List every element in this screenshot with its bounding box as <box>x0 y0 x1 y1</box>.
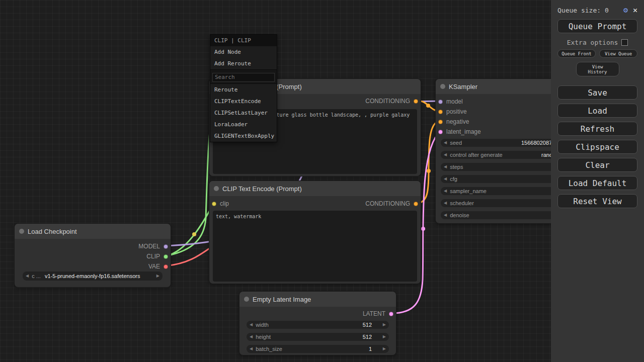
widget-label: cfg <box>450 175 457 183</box>
widget-ckpt-name[interactable]: ◀ c ... v1-5-pruned-emaonly-fp16.safeten… <box>23 272 163 281</box>
output-slot-conditioning: CONDITIONING <box>365 97 421 105</box>
view-queue-button[interactable]: View Queue <box>599 49 637 58</box>
sidebar-header: Queue size: 0 ⚙ ✕ <box>557 4 637 16</box>
queue-front-button[interactable]: Queue Front <box>557 49 596 58</box>
decrement-arrow-icon[interactable]: ◀ <box>247 321 256 329</box>
latent-output-dot[interactable] <box>389 312 393 316</box>
input-slot-negative: negative <box>436 118 469 126</box>
positive-input-dot[interactable] <box>438 110 443 114</box>
decrement-arrow-icon[interactable]: ◀ <box>441 163 450 171</box>
refresh-button[interactable]: Refresh <box>557 122 637 136</box>
decrement-arrow-icon[interactable]: ◀ <box>441 199 450 207</box>
node-empty-latent-image[interactable]: Empty Latent Image LATENT ◀ width 512 ▶ … <box>239 291 396 355</box>
extra-options-checkbox[interactable] <box>621 39 628 46</box>
model-input-dot[interactable] <box>438 100 443 104</box>
menu-search-input[interactable] <box>212 73 275 82</box>
prompt-textarea[interactable]: text, watermark <box>213 211 417 282</box>
node-collapse-dot[interactable] <box>19 229 24 234</box>
output-slot-latent: LATENT <box>363 310 396 318</box>
save-button[interactable]: Save <box>557 85 637 100</box>
clip-output-dot[interactable] <box>164 254 168 259</box>
widget-label: height <box>256 333 271 341</box>
conditioning-output-dot[interactable] <box>414 99 418 104</box>
latent-input-dot[interactable] <box>438 130 443 134</box>
extra-options-label: Extra options <box>567 39 618 46</box>
slot-label: clip <box>220 200 229 207</box>
node-collapse-dot[interactable] <box>244 297 249 302</box>
slot-label: VAE <box>148 263 160 270</box>
menu-item-cliptextencode[interactable]: CLIPTextEncode <box>210 96 277 107</box>
increment-arrow-icon[interactable]: ▶ <box>380 321 389 329</box>
queue-buttons-row: Queue Front View Queue <box>557 49 637 58</box>
queue-prompt-button[interactable]: Queue Prompt <box>557 19 637 33</box>
node-collapse-dot[interactable] <box>440 84 445 89</box>
widget-value: v1-5-pruned-emaonly-fp16.safetensors <box>45 272 140 280</box>
reset-view-button[interactable]: Reset View <box>557 194 637 208</box>
menu-item-loraloader[interactable]: LoraLoader <box>210 119 277 130</box>
slot-label: model <box>446 98 463 105</box>
extra-options-row: Extra options <box>557 38 637 46</box>
widget-label: denoise <box>450 211 469 219</box>
slot-label: positive <box>446 108 467 115</box>
node-title: CLIP Text Encode (Prompt) <box>222 185 302 193</box>
settings-gear-icon[interactable]: ⚙ <box>623 6 628 15</box>
menu-item-gligentextboxapply[interactable]: GLIGENTextBoxApply <box>210 130 277 142</box>
clip-input-dot[interactable] <box>212 202 216 206</box>
widget-value: 512 <box>363 321 372 329</box>
vae-output-dot[interactable] <box>164 264 168 269</box>
slot-label: MODEL <box>138 243 160 250</box>
load-button[interactable]: Load <box>557 104 637 118</box>
clear-button[interactable]: Clear <box>557 158 637 172</box>
increment-arrow-icon[interactable]: ▶ <box>380 345 389 353</box>
decrement-arrow-icon[interactable]: ◀ <box>441 151 450 159</box>
widget-label: steps <box>450 163 463 171</box>
increment-arrow-icon[interactable]: ▶ <box>153 272 163 280</box>
output-slot-clip: CLIP <box>146 252 171 260</box>
decrement-arrow-icon[interactable]: ◀ <box>247 333 256 341</box>
node-header[interactable]: Load Checkpoint <box>15 224 171 239</box>
context-menu: CLIP | CLIP Add Node Add Reroute Reroute… <box>210 34 277 142</box>
slot-label: latent_image <box>446 128 481 135</box>
menu-item-reroute[interactable]: Reroute <box>210 84 277 96</box>
output-slot-conditioning: CONDITIONING <box>365 200 421 208</box>
queue-size-label: Queue size: 0 <box>557 7 623 14</box>
widget-height[interactable]: ◀ height 512 ▶ <box>247 333 389 341</box>
widget-label: sampler_name <box>450 187 487 195</box>
decrement-arrow-icon[interactable]: ◀ <box>23 272 32 280</box>
node-header[interactable]: Empty Latent Image <box>239 292 396 307</box>
menu-item-add-node[interactable]: Add Node <box>210 46 277 58</box>
slot-label: negative <box>446 118 469 125</box>
sidebar-menu: Queue size: 0 ⚙ ✕ Queue Prompt Extra opt… <box>551 0 644 362</box>
node-load-checkpoint[interactable]: Load Checkpoint MODEL CLIP VAE ◀ c ... v… <box>14 223 171 288</box>
slot-label: CONDITIONING <box>365 98 410 105</box>
negative-input-dot[interactable] <box>438 120 443 124</box>
load-default-button[interactable]: Load Default <box>557 176 637 190</box>
widget-batch-size[interactable]: ◀ batch_size 1 ▶ <box>247 345 389 353</box>
increment-arrow-icon[interactable]: ▶ <box>380 333 389 341</box>
node-collapse-dot[interactable] <box>214 186 219 191</box>
menu-item-add-reroute[interactable]: Add Reroute <box>210 58 277 69</box>
model-output-dot[interactable] <box>164 244 168 249</box>
decrement-arrow-icon[interactable]: ◀ <box>247 345 256 353</box>
node-clip-text-encode-bottom[interactable]: CLIP Text Encode (Prompt) clip CONDITION… <box>209 180 421 284</box>
decrement-arrow-icon[interactable]: ◀ <box>441 175 450 183</box>
widget-width[interactable]: ◀ width 512 ▶ <box>247 321 389 329</box>
decrement-arrow-icon[interactable]: ◀ <box>441 187 450 195</box>
conditioning-output-dot[interactable] <box>414 202 418 206</box>
output-slot-model: MODEL <box>138 242 171 250</box>
menu-item-clipsetlastlayer[interactable]: CLIPSetLastLayer <box>210 107 277 119</box>
node-header[interactable]: CLIP Text Encode (Prompt) <box>209 181 421 196</box>
decrement-arrow-icon[interactable]: ◀ <box>441 139 450 147</box>
input-slot-latent-image: latent_image <box>436 128 481 136</box>
close-icon[interactable]: ✕ <box>633 6 637 15</box>
clipspace-button[interactable]: Clipspace <box>557 140 637 154</box>
menu-search <box>210 69 277 84</box>
widget-label: scheduler <box>450 199 474 207</box>
widget-label: batch_size <box>256 345 282 353</box>
view-history-button[interactable]: View History <box>576 62 619 76</box>
comfyui-app: CLIP Text Encode (Prompt) clip CONDITION… <box>0 0 644 362</box>
node-title: Load Checkpoint <box>28 228 77 235</box>
widget-value: 1 <box>369 345 372 353</box>
decrement-arrow-icon[interactable]: ◀ <box>441 211 450 219</box>
node-title: Empty Latent Image <box>253 296 311 303</box>
